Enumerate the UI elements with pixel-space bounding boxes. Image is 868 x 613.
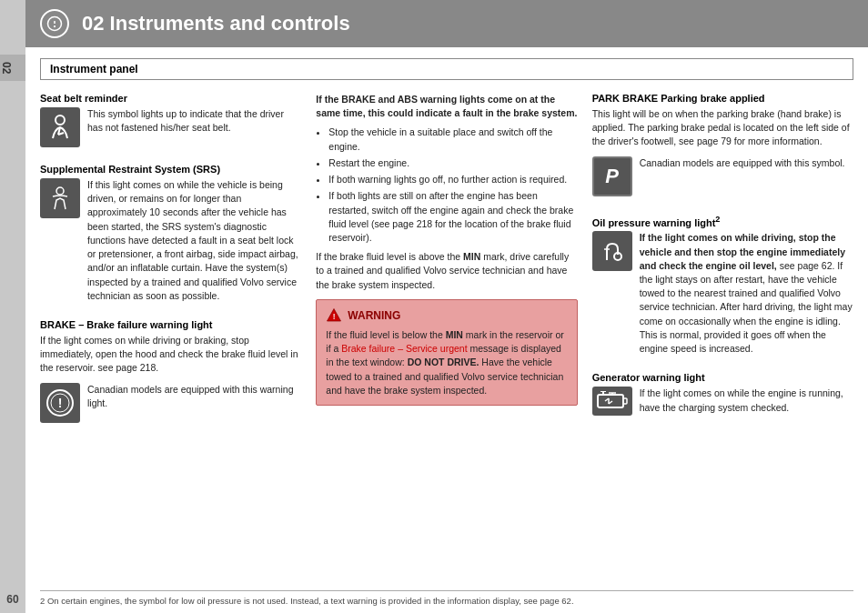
warning-header: ! WARNING: [326, 307, 567, 324]
park-letter: P: [605, 165, 619, 188]
chapter-tab: 02: [0, 55, 25, 81]
col1: Seat belt reminder This symbol lights up…: [40, 93, 301, 583]
park-brake-icon: P: [592, 156, 632, 196]
warning-min: MIN: [446, 329, 463, 340]
warning-title: WARNING: [348, 309, 400, 322]
warning-triangle-icon: !: [326, 307, 342, 324]
seat-belt-text: This symbol lights up to indicate that t…: [87, 107, 301, 135]
chapter-title: 02 Instruments and controls: [82, 12, 350, 35]
footnote: 2 On certain engines, the symbol for low…: [40, 590, 853, 606]
svg-point-3: [56, 116, 65, 125]
oil-text: If the light comes on while driving, sto…: [640, 231, 853, 356]
oil-text-rest: see page 62. If the light stays on after…: [640, 260, 853, 354]
brake-text: If the light comes on while driving or b…: [40, 334, 301, 376]
brake-abs-heading: If the BRAKE and ABS warning lights come…: [316, 93, 577, 120]
warning-body: If the fluid level is below the MIN mark…: [326, 328, 567, 397]
gen-icon-row: If the light comes on while the engine i…: [592, 387, 853, 416]
canadian-brake-text: Canadian models are equipped with this w…: [87, 383, 301, 410]
content-body: Instrument panel Seat belt reminder Th: [25, 47, 868, 613]
srs-icon: [40, 178, 80, 218]
warning-service: Brake failure – Service urgent: [341, 343, 467, 354]
col3: PARK BRAKE Parking brake applied This li…: [592, 93, 853, 583]
oil-superscript: 2: [715, 215, 720, 224]
page-number: 60: [6, 593, 18, 613]
oil-heading-text: Oil pressure warning light: [592, 216, 716, 227]
generator-icon: [592, 387, 632, 416]
bullet-1: Stop the vehicle in a suitable place and…: [328, 126, 577, 153]
page-header: 02 Instruments and controls: [25, 0, 868, 47]
oil-heading: Oil pressure warning light2: [592, 215, 853, 228]
bullet-3: If both warning lights go off, no furthe…: [328, 173, 577, 186]
seat-belt-heading: Seat belt reminder: [40, 93, 301, 104]
svg-rect-13: [623, 398, 627, 404]
svg-point-6: [56, 187, 64, 195]
warning-dont: DO NOT DRIVE.: [408, 357, 479, 367]
srs-text: If this light comes on while the vehicle…: [87, 178, 301, 303]
svg-text:!: !: [58, 396, 63, 410]
warning-box: ! WARNING If the fluid level is below th…: [316, 299, 577, 406]
seat-belt-icon: [40, 107, 80, 147]
gen-heading: Generator warning light: [592, 372, 853, 383]
brake-bullets: Stop the vehicle in a suitable place and…: [328, 126, 577, 245]
footnote-text: On certain engines, the symbol for low o…: [47, 596, 574, 606]
svg-text:!: !: [333, 313, 336, 321]
gen-text: If the light comes on while the engine i…: [640, 387, 853, 414]
oil-icon-row: If the light comes on while driving, sto…: [592, 231, 853, 356]
srs-row: If this light comes on while the vehicle…: [40, 178, 301, 303]
canadian-park-text: Canadian models are equipped with this s…: [640, 156, 845, 170]
min-mark-para: If the brake fluid level is above the MI…: [316, 250, 577, 292]
min-word: MIN: [463, 251, 480, 262]
brake-heading: BRAKE – Brake failure warning light: [40, 319, 301, 330]
seat-belt-row: This symbol lights up to indicate that t…: [40, 107, 301, 147]
warning-text1: If the fluid level is below the: [326, 329, 442, 340]
col2: If the BRAKE and ABS warning lights come…: [316, 93, 577, 583]
srs-heading: Supplemental Restraint System (SRS): [40, 164, 301, 175]
bullet-4: If both lights are still on after the en…: [328, 189, 577, 245]
section-title: Instrument panel: [40, 58, 853, 80]
min-text-before: If the brake fluid level is above the: [316, 251, 460, 262]
svg-rect-12: [598, 395, 623, 407]
three-col-layout: Seat belt reminder This symbol lights up…: [40, 93, 853, 583]
bullet-2: Restart the engine.: [328, 156, 577, 170]
footnote-number: 2: [40, 596, 45, 606]
left-sidebar: 02 60: [0, 0, 25, 613]
canadian-brake-icon: !: [40, 383, 80, 423]
canadian-park-row: P Canadian models are equipped with this…: [592, 156, 853, 196]
chapter-icon: [40, 9, 69, 38]
park-text: This light will be on when the parking b…: [592, 107, 853, 149]
oil-pressure-icon: [592, 231, 632, 271]
park-heading: PARK BRAKE Parking brake applied: [592, 93, 853, 104]
main-content: 02 Instruments and controls Instrument p…: [25, 0, 868, 613]
canadian-brake-row: ! Canadian models are equipped with this…: [40, 383, 301, 423]
